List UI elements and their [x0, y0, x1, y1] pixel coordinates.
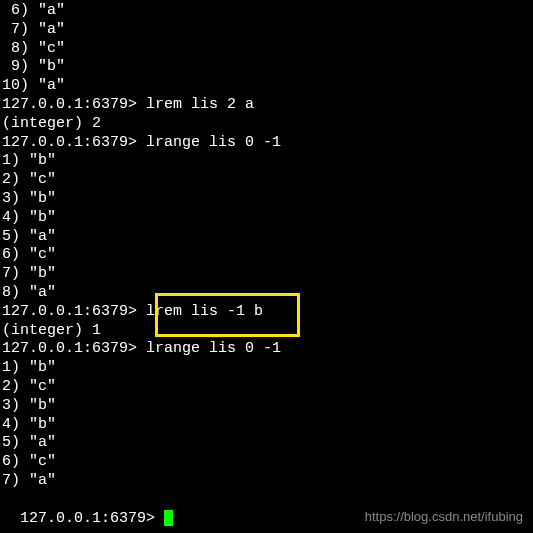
terminal-line: 3) "b"	[0, 190, 533, 209]
terminal-line: (integer) 2	[0, 115, 533, 134]
terminal-line: 6) "a"	[0, 2, 533, 21]
terminal-line: 5) "a"	[0, 434, 533, 453]
terminal-line: 127.0.0.1:6379> lrange lis 0 -1	[0, 340, 533, 359]
terminal-line: 127.0.0.1:6379> lrem lis 2 a	[0, 96, 533, 115]
terminal-line: 7) "b"	[0, 265, 533, 284]
terminal-line: 4) "b"	[0, 416, 533, 435]
terminal-line: 10) "a"	[0, 77, 533, 96]
terminal-line: 2) "c"	[0, 171, 533, 190]
terminal-line: (integer) 1	[0, 322, 533, 341]
terminal-line: 2) "c"	[0, 378, 533, 397]
terminal-line: 6) "c"	[0, 246, 533, 265]
terminal-line: 127.0.0.1:6379> lrem lis -1 b	[0, 303, 533, 322]
terminal-output: 6) "a" 7) "a" 8) "c" 9) "b"10) "a"127.0.…	[0, 2, 533, 491]
terminal-line: 7) "a"	[0, 21, 533, 40]
terminal-line: 1) "b"	[0, 359, 533, 378]
terminal-line: 7) "a"	[0, 472, 533, 491]
terminal-line: 8) "a"	[0, 284, 533, 303]
terminal-line: 8) "c"	[0, 40, 533, 59]
cursor-icon	[164, 510, 173, 526]
terminal-prompt-prefix: 127.0.0.1:6379>	[20, 510, 164, 527]
terminal-line: 6) "c"	[0, 453, 533, 472]
terminal-line: 127.0.0.1:6379> lrange lis 0 -1	[0, 134, 533, 153]
terminal-line: 9) "b"	[0, 58, 533, 77]
terminal-line: 3) "b"	[0, 397, 533, 416]
terminal-line: 4) "b"	[0, 209, 533, 228]
terminal-line: 5) "a"	[0, 228, 533, 247]
watermark-text: https://blog.csdn.net/ifubing	[365, 508, 523, 527]
terminal-line: 1) "b"	[0, 152, 533, 171]
